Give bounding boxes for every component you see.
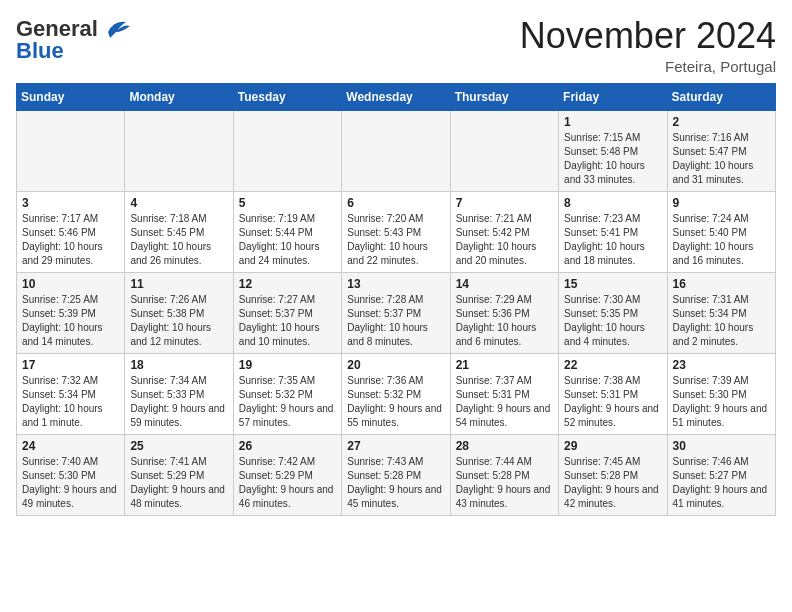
day-cell: 23Sunrise: 7:39 AM Sunset: 5:30 PM Dayli… — [667, 353, 775, 434]
header-cell-thursday: Thursday — [450, 83, 558, 110]
day-cell: 29Sunrise: 7:45 AM Sunset: 5:28 PM Dayli… — [559, 434, 667, 515]
day-cell: 9Sunrise: 7:24 AM Sunset: 5:40 PM Daylig… — [667, 191, 775, 272]
calendar-table: SundayMondayTuesdayWednesdayThursdayFrid… — [16, 83, 776, 516]
logo: General Blue — [16, 16, 132, 64]
day-info: Sunrise: 7:30 AM Sunset: 5:35 PM Dayligh… — [564, 293, 661, 349]
day-number: 1 — [564, 115, 661, 129]
day-info: Sunrise: 7:43 AM Sunset: 5:28 PM Dayligh… — [347, 455, 444, 511]
header-cell-sunday: Sunday — [17, 83, 125, 110]
day-cell — [233, 110, 341, 191]
day-number: 9 — [673, 196, 770, 210]
day-cell: 25Sunrise: 7:41 AM Sunset: 5:29 PM Dayli… — [125, 434, 233, 515]
day-cell: 3Sunrise: 7:17 AM Sunset: 5:46 PM Daylig… — [17, 191, 125, 272]
day-info: Sunrise: 7:34 AM Sunset: 5:33 PM Dayligh… — [130, 374, 227, 430]
day-number: 13 — [347, 277, 444, 291]
day-cell: 19Sunrise: 7:35 AM Sunset: 5:32 PM Dayli… — [233, 353, 341, 434]
day-number: 17 — [22, 358, 119, 372]
logo-blue: Blue — [16, 38, 64, 64]
day-info: Sunrise: 7:32 AM Sunset: 5:34 PM Dayligh… — [22, 374, 119, 430]
week-row-2: 3Sunrise: 7:17 AM Sunset: 5:46 PM Daylig… — [17, 191, 776, 272]
day-number: 5 — [239, 196, 336, 210]
day-info: Sunrise: 7:40 AM Sunset: 5:30 PM Dayligh… — [22, 455, 119, 511]
day-info: Sunrise: 7:45 AM Sunset: 5:28 PM Dayligh… — [564, 455, 661, 511]
day-cell: 12Sunrise: 7:27 AM Sunset: 5:37 PM Dayli… — [233, 272, 341, 353]
day-cell — [342, 110, 450, 191]
day-cell: 15Sunrise: 7:30 AM Sunset: 5:35 PM Dayli… — [559, 272, 667, 353]
day-info: Sunrise: 7:46 AM Sunset: 5:27 PM Dayligh… — [673, 455, 770, 511]
day-info: Sunrise: 7:44 AM Sunset: 5:28 PM Dayligh… — [456, 455, 553, 511]
day-cell — [450, 110, 558, 191]
day-cell: 22Sunrise: 7:38 AM Sunset: 5:31 PM Dayli… — [559, 353, 667, 434]
day-info: Sunrise: 7:15 AM Sunset: 5:48 PM Dayligh… — [564, 131, 661, 187]
day-info: Sunrise: 7:16 AM Sunset: 5:47 PM Dayligh… — [673, 131, 770, 187]
day-cell: 20Sunrise: 7:36 AM Sunset: 5:32 PM Dayli… — [342, 353, 450, 434]
day-cell: 13Sunrise: 7:28 AM Sunset: 5:37 PM Dayli… — [342, 272, 450, 353]
day-cell: 1Sunrise: 7:15 AM Sunset: 5:48 PM Daylig… — [559, 110, 667, 191]
day-cell: 11Sunrise: 7:26 AM Sunset: 5:38 PM Dayli… — [125, 272, 233, 353]
week-row-4: 17Sunrise: 7:32 AM Sunset: 5:34 PM Dayli… — [17, 353, 776, 434]
page-header: General Blue November 2024 Feteira, Port… — [16, 16, 776, 75]
day-info: Sunrise: 7:21 AM Sunset: 5:42 PM Dayligh… — [456, 212, 553, 268]
day-number: 15 — [564, 277, 661, 291]
day-info: Sunrise: 7:25 AM Sunset: 5:39 PM Dayligh… — [22, 293, 119, 349]
day-number: 29 — [564, 439, 661, 453]
day-cell: 17Sunrise: 7:32 AM Sunset: 5:34 PM Dayli… — [17, 353, 125, 434]
day-cell: 27Sunrise: 7:43 AM Sunset: 5:28 PM Dayli… — [342, 434, 450, 515]
day-number: 23 — [673, 358, 770, 372]
day-info: Sunrise: 7:35 AM Sunset: 5:32 PM Dayligh… — [239, 374, 336, 430]
day-info: Sunrise: 7:24 AM Sunset: 5:40 PM Dayligh… — [673, 212, 770, 268]
title-block: November 2024 Feteira, Portugal — [520, 16, 776, 75]
day-info: Sunrise: 7:41 AM Sunset: 5:29 PM Dayligh… — [130, 455, 227, 511]
day-cell: 14Sunrise: 7:29 AM Sunset: 5:36 PM Dayli… — [450, 272, 558, 353]
day-info: Sunrise: 7:26 AM Sunset: 5:38 PM Dayligh… — [130, 293, 227, 349]
day-number: 10 — [22, 277, 119, 291]
day-cell: 2Sunrise: 7:16 AM Sunset: 5:47 PM Daylig… — [667, 110, 775, 191]
day-number: 19 — [239, 358, 336, 372]
day-cell: 21Sunrise: 7:37 AM Sunset: 5:31 PM Dayli… — [450, 353, 558, 434]
header-cell-saturday: Saturday — [667, 83, 775, 110]
day-cell — [17, 110, 125, 191]
day-info: Sunrise: 7:39 AM Sunset: 5:30 PM Dayligh… — [673, 374, 770, 430]
day-number: 7 — [456, 196, 553, 210]
day-number: 26 — [239, 439, 336, 453]
day-info: Sunrise: 7:20 AM Sunset: 5:43 PM Dayligh… — [347, 212, 444, 268]
day-number: 22 — [564, 358, 661, 372]
day-info: Sunrise: 7:19 AM Sunset: 5:44 PM Dayligh… — [239, 212, 336, 268]
day-number: 6 — [347, 196, 444, 210]
day-number: 14 — [456, 277, 553, 291]
day-cell: 16Sunrise: 7:31 AM Sunset: 5:34 PM Dayli… — [667, 272, 775, 353]
day-number: 12 — [239, 277, 336, 291]
day-info: Sunrise: 7:17 AM Sunset: 5:46 PM Dayligh… — [22, 212, 119, 268]
day-cell — [125, 110, 233, 191]
header-cell-monday: Monday — [125, 83, 233, 110]
day-cell: 4Sunrise: 7:18 AM Sunset: 5:45 PM Daylig… — [125, 191, 233, 272]
day-number: 30 — [673, 439, 770, 453]
day-info: Sunrise: 7:23 AM Sunset: 5:41 PM Dayligh… — [564, 212, 661, 268]
day-cell: 26Sunrise: 7:42 AM Sunset: 5:29 PM Dayli… — [233, 434, 341, 515]
day-cell: 28Sunrise: 7:44 AM Sunset: 5:28 PM Dayli… — [450, 434, 558, 515]
day-number: 24 — [22, 439, 119, 453]
day-number: 3 — [22, 196, 119, 210]
week-row-1: 1Sunrise: 7:15 AM Sunset: 5:48 PM Daylig… — [17, 110, 776, 191]
day-number: 8 — [564, 196, 661, 210]
week-row-5: 24Sunrise: 7:40 AM Sunset: 5:30 PM Dayli… — [17, 434, 776, 515]
day-number: 16 — [673, 277, 770, 291]
day-cell: 7Sunrise: 7:21 AM Sunset: 5:42 PM Daylig… — [450, 191, 558, 272]
calendar-body: 1Sunrise: 7:15 AM Sunset: 5:48 PM Daylig… — [17, 110, 776, 515]
location: Feteira, Portugal — [520, 58, 776, 75]
day-number: 18 — [130, 358, 227, 372]
calendar-header-row: SundayMondayTuesdayWednesdayThursdayFrid… — [17, 83, 776, 110]
day-info: Sunrise: 7:37 AM Sunset: 5:31 PM Dayligh… — [456, 374, 553, 430]
day-info: Sunrise: 7:18 AM Sunset: 5:45 PM Dayligh… — [130, 212, 227, 268]
week-row-3: 10Sunrise: 7:25 AM Sunset: 5:39 PM Dayli… — [17, 272, 776, 353]
header-cell-friday: Friday — [559, 83, 667, 110]
day-cell: 5Sunrise: 7:19 AM Sunset: 5:44 PM Daylig… — [233, 191, 341, 272]
day-cell: 30Sunrise: 7:46 AM Sunset: 5:27 PM Dayli… — [667, 434, 775, 515]
day-info: Sunrise: 7:38 AM Sunset: 5:31 PM Dayligh… — [564, 374, 661, 430]
day-cell: 8Sunrise: 7:23 AM Sunset: 5:41 PM Daylig… — [559, 191, 667, 272]
day-cell: 24Sunrise: 7:40 AM Sunset: 5:30 PM Dayli… — [17, 434, 125, 515]
month-title: November 2024 — [520, 16, 776, 56]
day-number: 21 — [456, 358, 553, 372]
day-info: Sunrise: 7:42 AM Sunset: 5:29 PM Dayligh… — [239, 455, 336, 511]
day-info: Sunrise: 7:28 AM Sunset: 5:37 PM Dayligh… — [347, 293, 444, 349]
